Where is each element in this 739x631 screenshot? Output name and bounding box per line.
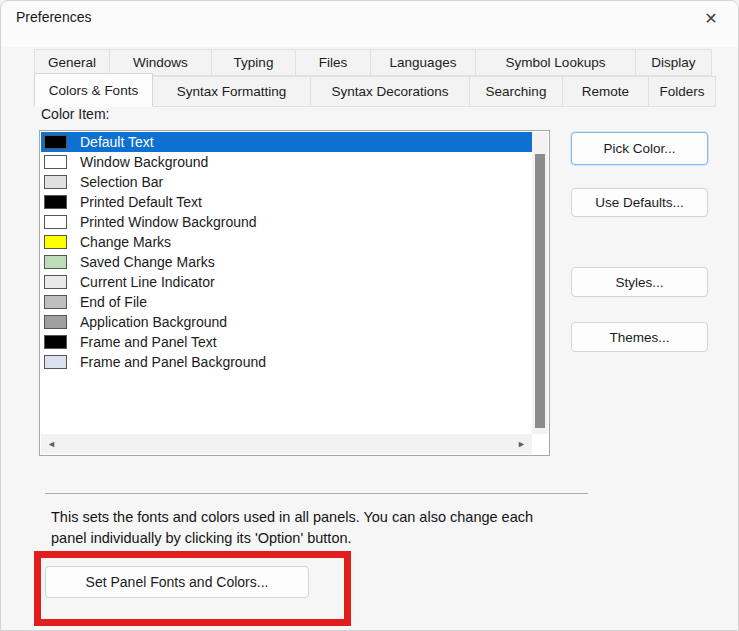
color-swatch [44,235,67,249]
tab-typing[interactable]: Typing [211,49,296,76]
close-button[interactable]: ✕ [698,6,724,30]
color-swatch [44,255,67,269]
color-item-name: Application Background [80,314,227,330]
color-item-label: Color Item: [41,106,109,122]
scroll-right-icon[interactable]: ► [517,440,526,449]
close-icon: ✕ [704,9,717,28]
color-list-item[interactable]: Application Background [41,312,532,332]
color-item-name: Window Background [80,154,208,170]
color-list-item[interactable]: Window Background [41,152,532,172]
tab-row-1: General Windows Typing Files Languages S… [34,49,711,76]
color-item-name: Frame and Panel Text [80,334,217,350]
vertical-scrollbar[interactable] [532,132,548,434]
color-swatch [44,135,67,149]
color-item-name: Change Marks [80,234,171,250]
color-swatch [44,175,67,189]
color-list-item[interactable]: Current Line Indicator [41,272,532,292]
description-line-1: This sets the fonts and colors used in a… [51,507,596,528]
color-swatch [44,215,67,229]
color-list-item[interactable]: Frame and Panel Text [41,332,532,352]
color-swatch [44,355,67,369]
tab-colors-fonts[interactable]: Colors & Fonts [34,73,153,107]
color-item-name: Printed Default Text [80,194,202,210]
tab-files[interactable]: Files [295,49,371,76]
scroll-left-icon[interactable]: ◄ [47,440,56,449]
color-list-item[interactable]: Printed Default Text [41,192,532,212]
color-item-name: Selection Bar [80,174,163,190]
tab-languages[interactable]: Languages [370,49,476,76]
section-divider [45,493,588,494]
color-swatch [44,295,67,309]
styles-button[interactable]: Styles... [571,267,708,297]
color-swatch [44,335,67,349]
color-item-listbox: Default TextWindow BackgroundSelection B… [39,130,550,456]
color-list-item[interactable]: Default Text [41,132,532,152]
color-swatch [44,195,67,209]
tab-row-2: Colors & Fonts Syntax Formatting Syntax … [34,73,715,107]
color-list-item[interactable]: Change Marks [41,232,532,252]
pick-color-button[interactable]: Pick Color... [571,132,708,165]
use-defaults-button[interactable]: Use Defaults... [571,188,708,217]
tab-syntax-decorations[interactable]: Syntax Decorations [310,76,470,107]
window-title: Preferences [16,9,91,25]
color-list-item[interactable]: Saved Change Marks [41,252,532,272]
titlebar: Preferences ✕ [1,1,738,47]
vertical-scrollbar-thumb[interactable] [535,154,545,428]
color-list-item[interactable]: Selection Bar [41,172,532,192]
tab-searching[interactable]: Searching [469,76,563,107]
color-swatch [44,155,67,169]
tab-syntax-formatting[interactable]: Syntax Formatting [152,76,311,107]
color-item-name: Frame and Panel Background [80,354,266,370]
tab-folders[interactable]: Folders [648,76,716,107]
color-item-name: Saved Change Marks [80,254,215,270]
color-item-name: Current Line Indicator [80,274,215,290]
tab-display[interactable]: Display [635,49,712,76]
color-list-item[interactable]: Frame and Panel Background [41,352,532,372]
description-line-2: panel individually by clicking its 'Opti… [51,528,596,549]
color-item-name: End of File [80,294,147,310]
tab-symbol-lookups[interactable]: Symbol Lookups [475,49,636,76]
color-swatch [44,315,67,329]
color-list-item[interactable]: Printed Window Background [41,212,532,232]
tab-remote[interactable]: Remote [562,76,649,107]
color-item-name: Printed Window Background [80,214,257,230]
themes-button[interactable]: Themes... [571,322,708,352]
panel-description: This sets the fonts and colors used in a… [51,507,596,549]
tab-general[interactable]: General [34,49,110,76]
preferences-dialog: Preferences ✕ General Windows Typing Fil… [0,0,739,631]
color-swatch [44,275,67,289]
tab-windows[interactable]: Windows [109,49,212,76]
color-item-name: Default Text [80,134,154,150]
set-panel-fonts-button[interactable]: Set Panel Fonts and Colors... [45,566,309,598]
horizontal-scrollbar[interactable]: ◄ ► [41,434,532,454]
color-list-rows: Default TextWindow BackgroundSelection B… [41,132,532,434]
color-list-item[interactable]: End of File [41,292,532,312]
